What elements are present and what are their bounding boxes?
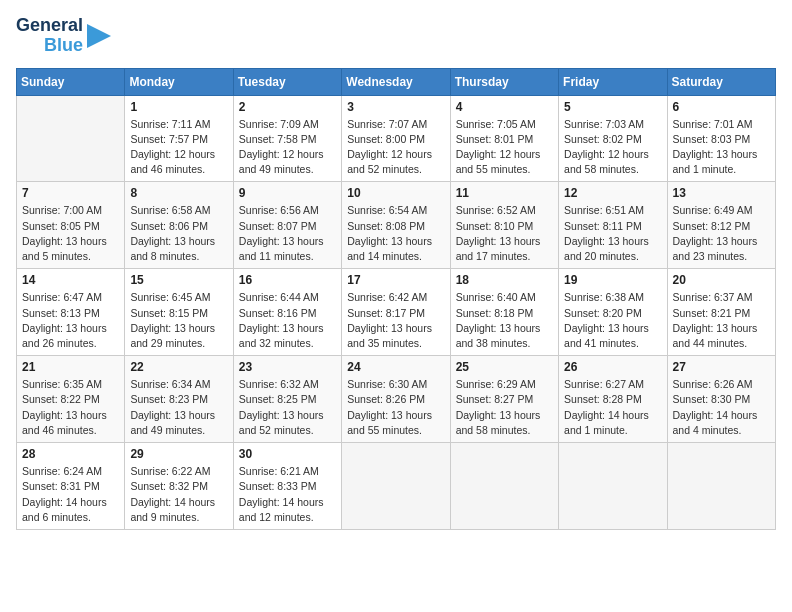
day-number: 12 [564, 186, 661, 200]
svg-marker-0 [87, 24, 111, 48]
day-number: 14 [22, 273, 119, 287]
day-info: Sunrise: 6:29 AMSunset: 8:27 PMDaylight:… [456, 377, 553, 438]
day-number: 13 [673, 186, 770, 200]
calendar-cell: 1Sunrise: 7:11 AMSunset: 7:57 PMDaylight… [125, 95, 233, 182]
day-info: Sunrise: 6:44 AMSunset: 8:16 PMDaylight:… [239, 290, 336, 351]
day-number: 7 [22, 186, 119, 200]
calendar-cell: 11Sunrise: 6:52 AMSunset: 8:10 PMDayligh… [450, 182, 558, 269]
calendar-cell: 16Sunrise: 6:44 AMSunset: 8:16 PMDayligh… [233, 269, 341, 356]
day-number: 28 [22, 447, 119, 461]
calendar-cell [17, 95, 125, 182]
calendar-cell: 8Sunrise: 6:58 AMSunset: 8:06 PMDaylight… [125, 182, 233, 269]
calendar-cell: 3Sunrise: 7:07 AMSunset: 8:00 PMDaylight… [342, 95, 450, 182]
day-number: 5 [564, 100, 661, 114]
day-info: Sunrise: 6:35 AMSunset: 8:22 PMDaylight:… [22, 377, 119, 438]
day-number: 20 [673, 273, 770, 287]
calendar-cell: 14Sunrise: 6:47 AMSunset: 8:13 PMDayligh… [17, 269, 125, 356]
day-info: Sunrise: 7:11 AMSunset: 7:57 PMDaylight:… [130, 117, 227, 178]
day-number: 2 [239, 100, 336, 114]
calendar-header: SundayMondayTuesdayWednesdayThursdayFrid… [17, 68, 776, 95]
calendar-cell: 13Sunrise: 6:49 AMSunset: 8:12 PMDayligh… [667, 182, 775, 269]
calendar-cell [450, 443, 558, 530]
logo: General Blue [16, 16, 111, 56]
calendar-cell: 12Sunrise: 6:51 AMSunset: 8:11 PMDayligh… [559, 182, 667, 269]
calendar-cell: 15Sunrise: 6:45 AMSunset: 8:15 PMDayligh… [125, 269, 233, 356]
calendar-cell: 9Sunrise: 6:56 AMSunset: 8:07 PMDaylight… [233, 182, 341, 269]
weekday-wednesday: Wednesday [342, 68, 450, 95]
day-info: Sunrise: 6:26 AMSunset: 8:30 PMDaylight:… [673, 377, 770, 438]
day-info: Sunrise: 6:49 AMSunset: 8:12 PMDaylight:… [673, 203, 770, 264]
calendar-cell [667, 443, 775, 530]
day-number: 17 [347, 273, 444, 287]
calendar-cell: 30Sunrise: 6:21 AMSunset: 8:33 PMDayligh… [233, 443, 341, 530]
calendar-cell: 21Sunrise: 6:35 AMSunset: 8:22 PMDayligh… [17, 356, 125, 443]
calendar-cell: 26Sunrise: 6:27 AMSunset: 8:28 PMDayligh… [559, 356, 667, 443]
day-info: Sunrise: 6:51 AMSunset: 8:11 PMDaylight:… [564, 203, 661, 264]
calendar-week-2: 7Sunrise: 7:00 AMSunset: 8:05 PMDaylight… [17, 182, 776, 269]
calendar-cell: 7Sunrise: 7:00 AMSunset: 8:05 PMDaylight… [17, 182, 125, 269]
day-number: 24 [347, 360, 444, 374]
day-number: 25 [456, 360, 553, 374]
calendar-cell: 2Sunrise: 7:09 AMSunset: 7:58 PMDaylight… [233, 95, 341, 182]
day-info: Sunrise: 6:54 AMSunset: 8:08 PMDaylight:… [347, 203, 444, 264]
day-info: Sunrise: 6:22 AMSunset: 8:32 PMDaylight:… [130, 464, 227, 525]
calendar-cell [559, 443, 667, 530]
day-number: 30 [239, 447, 336, 461]
logo-triangle-icon [83, 20, 111, 52]
calendar-cell: 19Sunrise: 6:38 AMSunset: 8:20 PMDayligh… [559, 269, 667, 356]
calendar-week-5: 28Sunrise: 6:24 AMSunset: 8:31 PMDayligh… [17, 443, 776, 530]
day-number: 16 [239, 273, 336, 287]
weekday-sunday: Sunday [17, 68, 125, 95]
day-number: 27 [673, 360, 770, 374]
day-number: 1 [130, 100, 227, 114]
day-number: 26 [564, 360, 661, 374]
calendar-cell: 6Sunrise: 7:01 AMSunset: 8:03 PMDaylight… [667, 95, 775, 182]
day-number: 19 [564, 273, 661, 287]
day-info: Sunrise: 7:07 AMSunset: 8:00 PMDaylight:… [347, 117, 444, 178]
day-info: Sunrise: 6:24 AMSunset: 8:31 PMDaylight:… [22, 464, 119, 525]
calendar-week-3: 14Sunrise: 6:47 AMSunset: 8:13 PMDayligh… [17, 269, 776, 356]
day-number: 9 [239, 186, 336, 200]
day-info: Sunrise: 7:05 AMSunset: 8:01 PMDaylight:… [456, 117, 553, 178]
day-info: Sunrise: 6:21 AMSunset: 8:33 PMDaylight:… [239, 464, 336, 525]
day-info: Sunrise: 6:47 AMSunset: 8:13 PMDaylight:… [22, 290, 119, 351]
day-number: 6 [673, 100, 770, 114]
calendar: SundayMondayTuesdayWednesdayThursdayFrid… [16, 68, 776, 530]
day-number: 18 [456, 273, 553, 287]
day-info: Sunrise: 6:42 AMSunset: 8:17 PMDaylight:… [347, 290, 444, 351]
calendar-cell: 22Sunrise: 6:34 AMSunset: 8:23 PMDayligh… [125, 356, 233, 443]
calendar-cell: 23Sunrise: 6:32 AMSunset: 8:25 PMDayligh… [233, 356, 341, 443]
day-info: Sunrise: 6:32 AMSunset: 8:25 PMDaylight:… [239, 377, 336, 438]
calendar-cell: 27Sunrise: 6:26 AMSunset: 8:30 PMDayligh… [667, 356, 775, 443]
day-number: 3 [347, 100, 444, 114]
calendar-cell [342, 443, 450, 530]
calendar-cell: 24Sunrise: 6:30 AMSunset: 8:26 PMDayligh… [342, 356, 450, 443]
day-info: Sunrise: 6:30 AMSunset: 8:26 PMDaylight:… [347, 377, 444, 438]
day-info: Sunrise: 6:38 AMSunset: 8:20 PMDaylight:… [564, 290, 661, 351]
day-info: Sunrise: 6:45 AMSunset: 8:15 PMDaylight:… [130, 290, 227, 351]
calendar-cell: 17Sunrise: 6:42 AMSunset: 8:17 PMDayligh… [342, 269, 450, 356]
day-number: 23 [239, 360, 336, 374]
calendar-cell: 10Sunrise: 6:54 AMSunset: 8:08 PMDayligh… [342, 182, 450, 269]
day-info: Sunrise: 6:56 AMSunset: 8:07 PMDaylight:… [239, 203, 336, 264]
day-number: 22 [130, 360, 227, 374]
weekday-saturday: Saturday [667, 68, 775, 95]
day-info: Sunrise: 6:52 AMSunset: 8:10 PMDaylight:… [456, 203, 553, 264]
calendar-cell: 20Sunrise: 6:37 AMSunset: 8:21 PMDayligh… [667, 269, 775, 356]
calendar-cell: 4Sunrise: 7:05 AMSunset: 8:01 PMDaylight… [450, 95, 558, 182]
day-info: Sunrise: 7:03 AMSunset: 8:02 PMDaylight:… [564, 117, 661, 178]
day-info: Sunrise: 6:58 AMSunset: 8:06 PMDaylight:… [130, 203, 227, 264]
day-info: Sunrise: 7:01 AMSunset: 8:03 PMDaylight:… [673, 117, 770, 178]
day-info: Sunrise: 7:00 AMSunset: 8:05 PMDaylight:… [22, 203, 119, 264]
day-number: 11 [456, 186, 553, 200]
day-number: 21 [22, 360, 119, 374]
logo-general: General [16, 16, 83, 36]
day-info: Sunrise: 7:09 AMSunset: 7:58 PMDaylight:… [239, 117, 336, 178]
header: General Blue [16, 16, 776, 56]
weekday-thursday: Thursday [450, 68, 558, 95]
day-info: Sunrise: 6:40 AMSunset: 8:18 PMDaylight:… [456, 290, 553, 351]
day-number: 8 [130, 186, 227, 200]
weekday-tuesday: Tuesday [233, 68, 341, 95]
calendar-cell: 28Sunrise: 6:24 AMSunset: 8:31 PMDayligh… [17, 443, 125, 530]
day-info: Sunrise: 6:27 AMSunset: 8:28 PMDaylight:… [564, 377, 661, 438]
